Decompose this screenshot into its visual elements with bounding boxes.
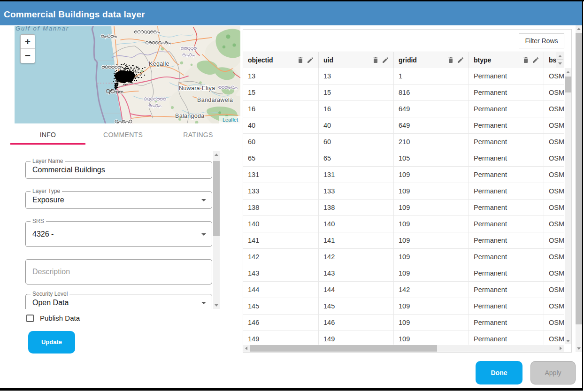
table-cell-btype[interactable]: Permanent — [469, 85, 544, 100]
form-scrollbar-thumb[interactable] — [213, 161, 220, 236]
table-cell-btype[interactable]: Permanent — [469, 200, 544, 215]
table-cell-objectid[interactable]: 15 — [243, 85, 319, 100]
table-cell-bs[interactable]: OSM — [544, 200, 564, 215]
table-row[interactable]: 146146109PermanentOSM — [243, 315, 564, 331]
tab-comments[interactable]: COMMENTS — [85, 124, 161, 145]
table-cell-bs[interactable]: OSM — [544, 216, 564, 232]
table-cell-gridid[interactable]: 109 — [394, 167, 469, 183]
table-cell-uid[interactable]: 40 — [319, 117, 394, 133]
table-row[interactable]: 133133109PermanentOSM — [243, 183, 564, 200]
table-cell-btype[interactable]: Permanent — [469, 265, 544, 281]
table-cell-bs[interactable]: OSM — [544, 101, 564, 117]
table-header-scrollbar-up-icon[interactable] — [558, 55, 562, 57]
table-cell-objectid[interactable]: 143 — [243, 265, 319, 281]
table-cell-gridid[interactable]: 109 — [394, 232, 469, 248]
table-cell-uid[interactable]: 149 — [319, 331, 394, 345]
table-vertical-scrollbar[interactable] — [565, 68, 571, 344]
table-cell-btype[interactable]: Permanent — [469, 150, 544, 166]
table-cell-bs[interactable]: OSM — [544, 183, 564, 199]
table-cell-objectid[interactable]: 149 — [243, 331, 319, 345]
table-cell-gridid[interactable]: 109 — [394, 183, 469, 199]
table-cell-btype[interactable]: Permanent — [469, 232, 544, 248]
table-cell-btype[interactable]: Permanent — [469, 216, 544, 232]
table-cell-gridid[interactable]: 142 — [394, 282, 469, 298]
done-button[interactable]: Done — [476, 361, 523, 384]
publish-data-checkbox[interactable] — [26, 315, 34, 322]
delete-column-icon[interactable] — [297, 56, 304, 64]
table-cell-bs[interactable]: OSM — [544, 232, 564, 248]
table-row[interactable]: 142142109PermanentOSM — [243, 249, 564, 265]
delete-column-icon[interactable] — [522, 56, 530, 64]
dialog-scrollbar-up-icon[interactable] — [577, 28, 581, 30]
table-cell-gridid[interactable]: 109 — [394, 216, 469, 232]
table-horizontal-scrollbar-left-icon[interactable] — [245, 346, 247, 350]
table-row[interactable]: 1515816PermanentOSM — [243, 85, 564, 101]
table-row[interactable]: 6565105PermanentOSM — [243, 150, 564, 167]
table-cell-gridid[interactable]: 105 — [394, 150, 469, 166]
table-header-scrollbar-down-icon[interactable] — [558, 62, 562, 65]
table-cell-objectid[interactable]: 65 — [243, 150, 319, 166]
table-cell-bs[interactable]: OSM — [544, 249, 564, 265]
edit-column-icon[interactable] — [307, 56, 314, 64]
table-cell-btype[interactable]: Permanent — [469, 68, 544, 84]
table-cell-bs[interactable]: OSM — [544, 282, 564, 298]
tab-info[interactable]: INFO — [10, 124, 85, 145]
zoom-out-button[interactable]: − — [21, 49, 35, 63]
srs-select[interactable]: SRS 4326 - — [25, 221, 212, 247]
table-cell-bs[interactable]: OSM — [544, 315, 564, 331]
table-vertical-scrollbar-thumb[interactable] — [565, 77, 571, 92]
table-cell-gridid[interactable]: 1 — [394, 68, 469, 84]
table-cell-bs[interactable]: OSM — [544, 331, 564, 345]
table-cell-bs[interactable]: OSM — [544, 167, 564, 183]
table-cell-uid[interactable]: 145 — [319, 298, 394, 314]
table-cell-btype[interactable]: Permanent — [469, 167, 544, 183]
layer-type-select[interactable]: Layer Type Exposure — [25, 191, 212, 209]
table-cell-bs[interactable]: OSM — [544, 85, 564, 100]
table-cell-uid[interactable]: 133 — [319, 183, 394, 199]
table-cell-objectid[interactable]: 16 — [243, 101, 319, 117]
table-cell-gridid[interactable]: 649 — [394, 101, 469, 117]
table-cell-btype[interactable]: Permanent — [469, 101, 544, 117]
table-cell-btype[interactable]: Permanent — [469, 249, 544, 265]
table-row[interactable]: 149149109PermanentOSM — [243, 331, 564, 345]
table-row[interactable]: 6060210PermanentOSM — [243, 134, 564, 150]
table-cell-objectid[interactable]: 138 — [243, 200, 319, 215]
description-field[interactable]: Description — [25, 259, 212, 284]
security-level-select[interactable]: Security Level Open Data — [25, 294, 212, 309]
table-vertical-scrollbar-down-icon[interactable] — [566, 340, 570, 342]
table-cell-bs[interactable]: OSM — [544, 134, 564, 150]
table-cell-btype[interactable]: Permanent — [469, 134, 544, 150]
form-scrollbar[interactable] — [213, 151, 220, 309]
table-cell-bs[interactable]: OSM — [544, 68, 564, 84]
edit-column-icon[interactable] — [457, 56, 464, 64]
table-row[interactable]: 145145109PermanentOSM — [243, 298, 564, 315]
dialog-scrollbar-thumb[interactable] — [576, 33, 582, 324]
table-cell-gridid[interactable]: 210 — [394, 134, 469, 150]
table-cell-btype[interactable]: Permanent — [469, 315, 544, 331]
table-cell-uid[interactable]: 143 — [319, 265, 394, 281]
table-horizontal-scrollbar-thumb[interactable] — [250, 345, 437, 352]
update-button[interactable]: Update — [28, 331, 75, 354]
table-cell-uid[interactable]: 60 — [319, 134, 394, 150]
table-cell-uid[interactable]: 141 — [319, 232, 394, 248]
table-cell-uid[interactable]: 65 — [319, 150, 394, 166]
table-cell-uid[interactable]: 142 — [319, 249, 394, 265]
table-cell-btype[interactable]: Permanent — [469, 298, 544, 314]
table-row[interactable]: 144144142PermanentOSM — [243, 282, 564, 298]
dialog-scrollbar[interactable] — [576, 25, 582, 352]
table-row[interactable]: 1616649PermanentOSM — [243, 101, 564, 117]
table-cell-gridid[interactable]: 109 — [394, 200, 469, 215]
zoom-in-button[interactable]: + — [21, 35, 35, 49]
table-cell-objectid[interactable]: 131 — [243, 167, 319, 183]
table-cell-objectid[interactable]: 133 — [243, 183, 319, 199]
table-cell-bs[interactable]: OSM — [544, 298, 564, 314]
table-row[interactable]: 140140109PermanentOSM — [243, 216, 564, 232]
table-cell-uid[interactable]: 146 — [319, 315, 394, 331]
table-cell-btype[interactable]: Permanent — [469, 282, 544, 298]
table-row[interactable]: 4040649PermanentOSM — [243, 117, 564, 134]
table-row[interactable]: 141141109PermanentOSM — [243, 232, 564, 249]
table-row[interactable]: 143143109PermanentOSM — [243, 265, 564, 282]
table-cell-uid[interactable]: 140 — [319, 216, 394, 232]
edit-column-icon[interactable] — [532, 56, 539, 64]
map[interactable]: Gulf of MannarKegalleNuwara EliyaBandara… — [15, 26, 240, 123]
